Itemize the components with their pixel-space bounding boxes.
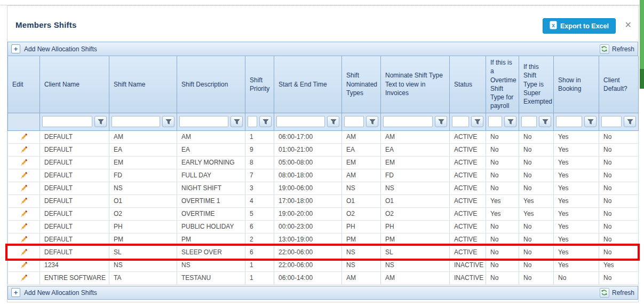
cell-if-this-shift-type-is-super-exempted: No	[519, 271, 554, 284]
funnel-icon-if-this-shift-type-is-super-exempted[interactable]	[539, 116, 551, 127]
cell-if-this-shift-type-is-super-exempted: Yes	[519, 194, 554, 207]
pencil-icon[interactable]	[19, 183, 29, 193]
funnel-icon-shift-name[interactable]	[162, 116, 174, 127]
cell-status: ACTIVE	[450, 182, 486, 194]
pencil-icon[interactable]	[19, 144, 29, 155]
cell-shift-priority: 4	[245, 194, 274, 207]
cell-show-in-booking: Yes	[554, 220, 599, 233]
edit-cell	[8, 259, 40, 271]
cell-status: ACTIVE	[450, 169, 486, 182]
top-toolbar: + Add New Allocation Shifts Refresh	[7, 42, 638, 56]
filter-input-client-default[interactable]	[601, 116, 622, 127]
cell-start-end-time: 08:00-18:00	[274, 169, 342, 182]
filter-input-client-name[interactable]	[42, 116, 92, 127]
cell-start-end-time: 05:00-08:00	[274, 156, 342, 169]
filter-cell-shift-description	[177, 113, 245, 130]
cell-if-this-is-a-overtime-shift-type-for-payroll: No	[486, 143, 519, 156]
close-icon[interactable]: ✕	[625, 21, 632, 29]
cell-if-this-is-a-overtime-shift-type-for-payroll: No	[486, 233, 519, 246]
cell-shift-description: EARLY MORNING	[177, 156, 245, 169]
column-header-client-name[interactable]: Client Name	[40, 56, 109, 113]
export-to-excel-button[interactable]: x Export to Excel	[543, 18, 616, 34]
cell-client-default: No	[599, 246, 639, 259]
table-row: ENTIRE SOFTWARETATESTANU106:00-14:00AMAM…	[8, 271, 639, 284]
table-row: DEFAULTEMEARLY MORNING805:00-08:00EMEMAC…	[8, 156, 639, 169]
funnel-icon-shift-priority[interactable]	[259, 116, 272, 127]
edit-cell	[8, 271, 40, 284]
add-new-allocation-shifts-button-bottom[interactable]: Add New Allocation Shifts	[24, 289, 97, 297]
filter-cell-client-name	[40, 113, 109, 130]
pencil-icon[interactable]	[19, 196, 29, 206]
column-header-edit[interactable]: Edit	[8, 56, 40, 113]
funnel-icon-nominate-shift-type-text-to-view-in-invoices[interactable]	[435, 116, 447, 127]
funnel-icon-client-default[interactable]	[624, 116, 636, 127]
filter-input-shift-nominated-types[interactable]	[344, 116, 364, 127]
column-header-shift-name[interactable]: Shift Name	[109, 56, 177, 113]
funnel-icon-show-in-booking[interactable]	[584, 116, 597, 127]
add-new-allocation-shifts-button[interactable]: Add New Allocation Shifts	[24, 45, 97, 53]
pencil-icon[interactable]	[19, 208, 29, 219]
cell-client-default: No	[599, 233, 639, 246]
cell-shift-name: NS	[109, 182, 177, 194]
filter-input-shift-description[interactable]	[179, 116, 228, 127]
pencil-icon[interactable]	[19, 157, 29, 168]
title-bar: Members Shifts x Export to Excel ✕	[7, 6, 638, 42]
funnel-icon-shift-nominated-types[interactable]	[366, 116, 378, 127]
green-scrollbar-thumb[interactable]	[640, 69, 644, 89]
cell-status: INACTIVE	[450, 271, 486, 284]
filter-input-status[interactable]	[452, 116, 469, 127]
cell-shift-priority: 1	[245, 130, 274, 143]
pencil-icon[interactable]	[19, 131, 29, 142]
refresh-button-bottom[interactable]: Refresh	[600, 288, 634, 298]
column-header-if-this-is-a-overtime-shift-type-for-payroll[interactable]: If this is a Overtime Shift Type for pay…	[486, 56, 519, 113]
pencil-icon[interactable]	[19, 247, 29, 258]
funnel-icon-client-name[interactable]	[94, 116, 107, 127]
column-header-show-in-booking[interactable]: Show in Booking	[554, 56, 599, 113]
funnel-icon-status[interactable]	[471, 116, 483, 127]
column-header-nominate-shift-type-text-to-view-in-invoices[interactable]: Nominate Shift Type Text to view in Invo…	[381, 56, 450, 113]
pencil-icon[interactable]	[19, 170, 29, 181]
cell-shift-name: SL	[109, 246, 177, 259]
filter-input-shift-name[interactable]	[112, 116, 160, 127]
add-plus-icon[interactable]: +	[11, 44, 20, 53]
cell-shift-name: PM	[109, 233, 177, 246]
column-header-shift-priority[interactable]: Shift Priority	[245, 56, 274, 113]
cell-nominate-shift-type-text-to-view-in-invoices: O1	[381, 194, 450, 207]
funnel-icon-if-this-is-a-overtime-shift-type-for-payroll[interactable]	[504, 116, 516, 127]
column-header-shift-nominated-types[interactable]: Shift Nominated Types	[342, 56, 381, 113]
column-header-start-end-time[interactable]: Start & End Time	[274, 56, 342, 113]
filter-input-if-this-is-a-overtime-shift-type-for-payroll[interactable]	[488, 116, 502, 127]
column-header-status[interactable]: Status	[450, 56, 486, 113]
funnel-icon-start-end-time[interactable]	[327, 116, 339, 127]
column-header-shift-description[interactable]: Shift Description	[177, 56, 245, 113]
edit-cell	[8, 169, 40, 182]
cell-status: ACTIVE	[450, 207, 486, 220]
filter-input-nominate-shift-type-text-to-view-in-invoices[interactable]	[383, 116, 433, 127]
export-button-label: Export to Excel	[560, 22, 609, 30]
cell-if-this-is-a-overtime-shift-type-for-payroll: No	[486, 130, 519, 143]
pencil-icon[interactable]	[19, 272, 29, 283]
filter-input-if-this-shift-type-is-super-exempted[interactable]	[521, 116, 537, 127]
filter-input-show-in-booking[interactable]	[556, 116, 582, 127]
cell-shift-name: EA	[109, 143, 177, 156]
pencil-icon[interactable]	[19, 260, 29, 270]
column-header-if-this-shift-type-is-super-exempted[interactable]: If this Shift Type is Super Exempted	[519, 56, 554, 113]
green-scrollbar-track[interactable]	[640, 0, 644, 89]
filter-input-start-end-time[interactable]	[276, 116, 325, 127]
column-header-client-default[interactable]: Client Default?	[599, 56, 639, 113]
filter-input-shift-priority[interactable]	[248, 116, 257, 127]
funnel-icon-shift-description[interactable]	[230, 116, 243, 127]
filter-cell-client-default	[599, 113, 639, 130]
pencil-icon[interactable]	[19, 234, 29, 245]
refresh-button-top[interactable]: Refresh	[600, 44, 634, 54]
table-row: DEFAULTPMPM213:00-19:00PMPMACTIVENoNoYes…	[8, 233, 639, 246]
cell-shift-nominated-types: PM	[342, 233, 381, 246]
cell-client-name: DEFAULT	[40, 156, 109, 169]
cell-client-default: No	[599, 143, 639, 156]
filter-cell-shift-name	[109, 113, 177, 130]
cell-if-this-shift-type-is-super-exempted: No	[519, 233, 554, 246]
cell-shift-priority: 6	[245, 220, 274, 233]
add-plus-icon-bottom[interactable]: +	[11, 288, 20, 297]
pencil-icon[interactable]	[19, 221, 29, 232]
cell-client-name: 1234	[40, 259, 109, 271]
